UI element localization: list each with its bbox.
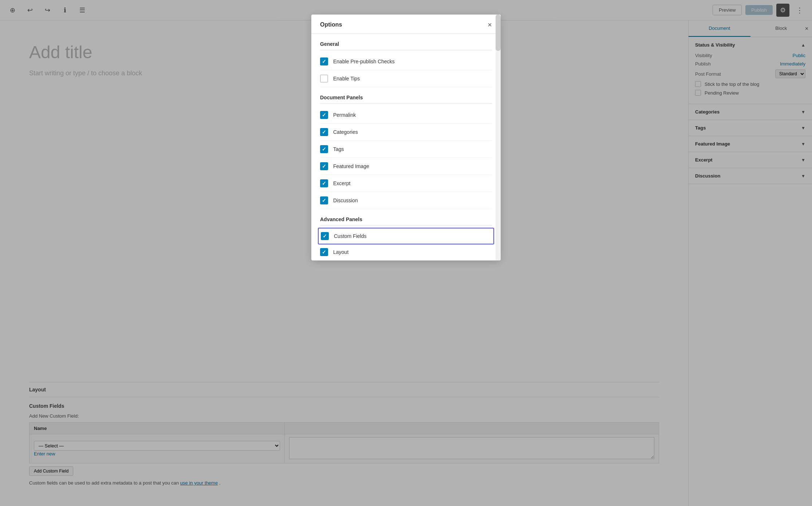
modal-close-button[interactable]: × xyxy=(488,21,492,28)
modal-item-categories: Categories xyxy=(320,124,492,141)
modal-item-pre-publish: Enable Pre-publish Checks xyxy=(320,53,492,70)
modal-item-permalink: Permalink xyxy=(320,107,492,124)
modal-item-excerpt: Excerpt xyxy=(320,175,492,192)
excerpt-label: Excerpt xyxy=(333,180,350,186)
featured-image-label: Featured Image xyxy=(333,163,369,169)
modal-item-tags: Tags xyxy=(320,141,492,158)
general-section-title: General xyxy=(320,41,492,47)
modal-item-discussion: Discussion xyxy=(320,192,492,209)
advanced-panels-section-title: Advanced Panels xyxy=(320,216,492,222)
permalink-checkbox[interactable] xyxy=(320,111,328,119)
tags-label: Tags xyxy=(333,146,344,152)
options-modal: Options × General Enable Pre-publish Che… xyxy=(311,15,501,260)
modal-title: Options xyxy=(320,21,342,28)
featured-image-checkbox[interactable] xyxy=(320,162,328,170)
pre-publish-label: Enable Pre-publish Checks xyxy=(333,59,395,64)
excerpt-checkbox[interactable] xyxy=(320,179,328,187)
tags-checkbox[interactable] xyxy=(320,145,328,153)
custom-fields-label: Custom Fields xyxy=(334,233,366,239)
modal-item-custom-fields: Custom Fields xyxy=(318,228,494,244)
modal-item-tips: Enable Tips xyxy=(320,70,492,87)
modal-item-layout: Layout xyxy=(320,244,492,260)
modal-item-featured-image: Featured Image xyxy=(320,158,492,175)
document-panels-section-title: Document Panels xyxy=(320,95,492,100)
modal-scrollbar-thumb[interactable] xyxy=(496,15,501,51)
modal-header: Options × xyxy=(311,15,501,34)
categories-checkbox[interactable] xyxy=(320,128,328,136)
custom-fields-checkbox[interactable] xyxy=(321,232,329,240)
layout-label: Layout xyxy=(333,249,348,255)
tips-checkbox[interactable] xyxy=(320,75,328,83)
tips-label: Enable Tips xyxy=(333,76,360,81)
modal-body: General Enable Pre-publish Checks Enable… xyxy=(311,34,501,260)
permalink-label: Permalink xyxy=(333,112,356,118)
pre-publish-checkbox[interactable] xyxy=(320,57,328,65)
discussion-checkbox[interactable] xyxy=(320,196,328,204)
discussion-label: Discussion xyxy=(333,198,358,203)
layout-checkbox[interactable] xyxy=(320,248,328,256)
categories-label: Categories xyxy=(333,129,358,135)
